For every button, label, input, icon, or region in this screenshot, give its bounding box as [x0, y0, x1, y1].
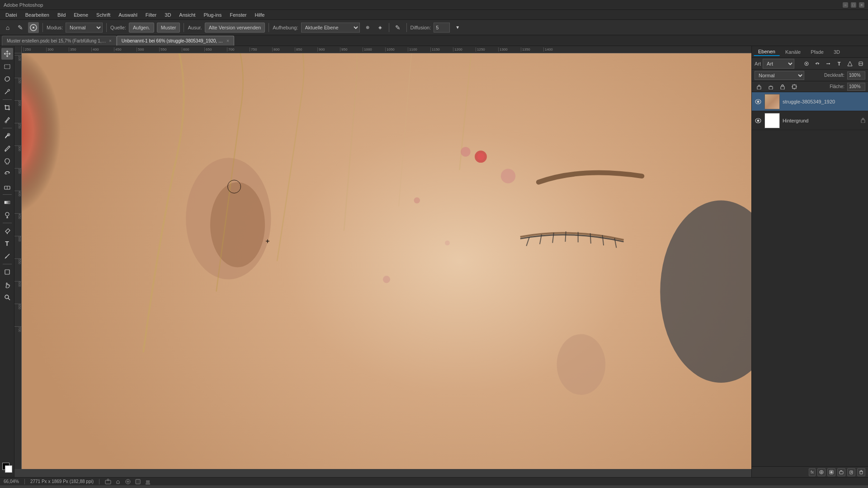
brush-tool-icon[interactable]: ✎ [15, 23, 25, 33]
panel-tab-kanaele[interactable]: Kanäle [781, 48, 805, 56]
tab-1-close[interactable]: × [109, 38, 112, 43]
tool-heal[interactable] [1, 130, 13, 142]
tab-2-close[interactable]: × [226, 38, 229, 43]
status-icon-5[interactable] [145, 479, 151, 485]
svg-marker-48 [829, 63, 830, 65]
tool-shape[interactable] [1, 266, 13, 278]
lock-icon-3[interactable] [778, 82, 787, 91]
menu-hilfe[interactable]: Hilfe [251, 11, 268, 19]
diffusion-dropdown-icon[interactable]: ▼ [453, 23, 462, 33]
layers-icon-2[interactable] [813, 59, 822, 68]
close-button[interactable]: × [859, 2, 864, 8]
tool-text[interactable]: T [1, 238, 13, 249]
tool-eyedropper[interactable] [1, 114, 13, 126]
menu-schrift[interactable]: Schrift [93, 11, 114, 19]
lock-icon-1[interactable] [755, 82, 764, 91]
brush-settings-icon[interactable]: ✎ [393, 23, 403, 33]
layer-1-visibility[interactable] [755, 98, 762, 105]
fill-input[interactable] [847, 83, 865, 91]
layer-2-name: Hintergrund [783, 118, 858, 123]
menu-plugins[interactable]: Plug-ins [200, 11, 225, 19]
lock-icon-artboard[interactable] [790, 82, 799, 91]
color-swatch-pair[interactable] [2, 463, 12, 473]
tool-dodge[interactable] [1, 209, 13, 221]
panel-tab-ebenen[interactable]: Ebenen [754, 48, 780, 56]
layer-2-visibility[interactable] [755, 117, 762, 124]
new-group-button[interactable] [837, 468, 845, 476]
layer-item-1[interactable]: struggle-3805349_1920 [752, 92, 868, 111]
tool-eraser[interactable] [1, 181, 13, 192]
status-icon-3[interactable] [125, 479, 131, 485]
tab-1[interactable]: Muster erstellen.psdc bei 15,7% (Farbfül… [2, 36, 117, 46]
menu-ansicht[interactable]: Ansicht [175, 11, 199, 19]
layers-options-row: Fläche: [752, 81, 868, 92]
svg-point-39 [383, 276, 390, 283]
menu-3d[interactable]: 3D [161, 11, 175, 19]
layers-icon-text[interactable]: T [835, 59, 844, 68]
layer-item-2[interactable]: Hintergrund [752, 111, 868, 130]
sampling-icon[interactable]: ⊕ [363, 23, 373, 33]
new-layer-button[interactable] [847, 468, 855, 476]
layers-icon-1[interactable] [802, 59, 811, 68]
blend-mode-select[interactable]: Normal Aufhellen Abdunkeln Multipliziere… [755, 71, 804, 80]
tool-select-rect[interactable] [1, 61, 13, 72]
aufgen-button[interactable]: Aufgen. [129, 23, 154, 33]
layers-icon-3[interactable] [824, 59, 833, 68]
menu-auswahl[interactable]: Auswahl [115, 11, 141, 19]
alte-version-button[interactable]: Alte Version verwenden [205, 23, 265, 33]
modus-select[interactable]: Normal Aufhellen Abdunkeln [66, 23, 103, 33]
aktuelle-ebene-select[interactable]: Aktuelle Ebene Alle Ebenen [301, 23, 360, 33]
status-icon-1[interactable] [105, 479, 111, 485]
new-fill-layer-button[interactable] [817, 468, 826, 476]
svg-point-40 [501, 169, 515, 183]
tool-clone[interactable] [1, 155, 13, 167]
background-color[interactable] [5, 465, 12, 473]
menu-datei[interactable]: Datei [2, 11, 21, 19]
ruler-vertical: 100 150 200 250 300 350 400 450 500 550 … [14, 53, 22, 469]
tool-hand[interactable] [1, 279, 13, 291]
tool-pen[interactable] [1, 225, 13, 237]
tool-magic-wand[interactable] [1, 86, 13, 98]
layers-icon-shape[interactable] [845, 59, 854, 68]
menu-filter[interactable]: Filter [142, 11, 160, 19]
lock-icon-2[interactable] [766, 82, 775, 91]
canvas-wrapper[interactable]: + [22, 53, 751, 469]
layers-filter-select[interactable]: Art Name [763, 59, 794, 69]
maximize-button[interactable]: □ [851, 2, 856, 8]
tool-path-select[interactable] [1, 250, 13, 262]
panel-tab-pfade[interactable]: Pfade [806, 48, 828, 56]
tool-icon-3[interactable] [28, 22, 39, 33]
tool-lasso[interactable] [1, 73, 13, 85]
tool-crop[interactable] [1, 102, 13, 113]
layers-panel: Art Art Name T [752, 58, 868, 477]
muster-button[interactable]: Muster [157, 23, 180, 33]
diffusion-input[interactable] [434, 23, 450, 33]
panel-tab-3d[interactable]: 3D [829, 48, 844, 56]
home-icon[interactable]: ⌂ [3, 23, 13, 33]
layer-1-thumb [764, 94, 780, 109]
tool-brush[interactable] [1, 143, 13, 155]
delete-layer-button[interactable] [857, 468, 865, 476]
tool-sep-3 [3, 194, 12, 195]
tool-zoom[interactable] [1, 291, 13, 303]
svg-point-26 [210, 182, 265, 267]
menu-ebene[interactable]: Ebene [70, 11, 92, 19]
minimize-button[interactable]: − [843, 2, 848, 8]
status-icon-4[interactable] [135, 479, 141, 485]
tool-history-brush[interactable] [1, 168, 13, 180]
tab-2[interactable]: Unbenannt-1 bei 66% (struggle-3805349_19… [117, 36, 234, 46]
layers-icon-adjust[interactable] [856, 59, 865, 68]
layer-mask-button[interactable] [827, 468, 835, 476]
svg-point-21 [5, 295, 9, 299]
svg-line-3 [5, 91, 8, 94]
menu-bild[interactable]: Bild [54, 11, 69, 19]
menu-bearbeiten[interactable]: Bearbeiten [22, 11, 53, 19]
toolbar-sep-5 [389, 23, 389, 32]
status-icon-2[interactable] [115, 479, 121, 485]
tool-gradient[interactable] [1, 197, 13, 208]
menu-fenster[interactable]: Fenster [226, 11, 250, 19]
tool-move[interactable] [1, 48, 13, 60]
pressure-icon[interactable]: ◈ [375, 23, 385, 33]
fx-button[interactable]: fx [809, 468, 816, 476]
opacity-input[interactable] [847, 71, 865, 80]
